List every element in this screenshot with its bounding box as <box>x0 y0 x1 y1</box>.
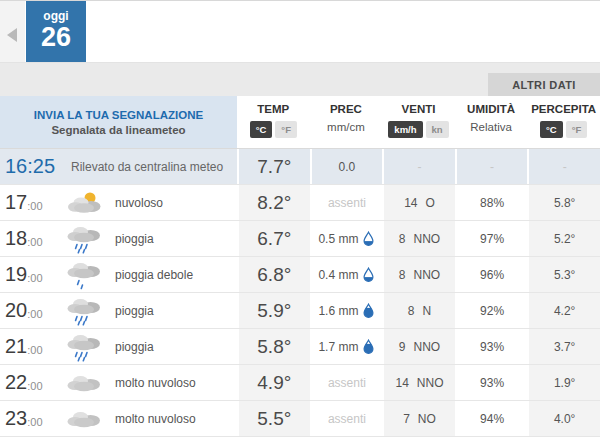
prec-value: 0.4 mm <box>318 268 358 282</box>
col-header-prec: PREC mm/cm <box>310 96 383 148</box>
forecast-rows: 16:25 Rilevato da centralina meteo 7.7° … <box>0 149 600 437</box>
percepita-celsius-toggle[interactable]: °C <box>540 121 563 138</box>
condition-cell: pioggia <box>62 221 237 256</box>
humidity-value: - <box>490 160 494 174</box>
time-cell: 21:00 <box>0 329 62 364</box>
humidity-cell: 88% <box>455 185 528 220</box>
feels-cell: 4.2° <box>527 293 600 328</box>
table-row: 18:00 pioggia 6.7° 0.5 mm 8 NNO 97% 5.2° <box>0 221 600 257</box>
col-header-venti: VENTI km/h kn <box>382 96 455 148</box>
rain-cloud-icon <box>62 296 106 326</box>
feels-like-value: 5.3° <box>554 268 575 282</box>
humidity-cell: 92% <box>455 293 528 328</box>
humidity-cell: 93% <box>455 329 528 364</box>
prec-cell: 1.6 mm <box>310 293 383 328</box>
condition-cell: nuvoloso <box>62 185 237 220</box>
time-cell: 16:25 <box>0 149 62 184</box>
temp-cell: 6.7° <box>237 221 310 256</box>
humidity-value: 92% <box>480 304 504 318</box>
table-row: 23:00 molto nuvoloso 5.5° assenti 7 NO 9… <box>0 401 600 437</box>
wind-direction-value: NNO <box>413 340 440 354</box>
wind-cell: 7 NO <box>382 401 455 436</box>
table-row: 20:00 pioggia 5.9° 1.6 mm 8 N 92% 4.2° <box>0 293 600 329</box>
time-cell: 18:00 <box>0 221 62 256</box>
prec-cell: 0.4 mm <box>310 257 383 292</box>
temp-cell: 5.5° <box>237 401 310 436</box>
prec-value: 0.5 mm <box>318 232 358 246</box>
feels-like-value: 4.2° <box>554 304 575 318</box>
temp-cell: 5.9° <box>237 293 310 328</box>
minutes-label: :00 <box>27 416 42 428</box>
feels-like-value: 4.0° <box>554 412 575 426</box>
condition-label: pioggia <box>106 304 154 318</box>
hour-label: 19 <box>5 263 27 286</box>
col-header-umidita: UMIDITÀ Relativa <box>455 96 528 148</box>
wind-cell: 9 NNO <box>382 329 455 364</box>
col-header-temp: TEMP °C °F <box>237 96 310 148</box>
temp-value: 6.7° <box>257 228 291 250</box>
minutes-label: :00 <box>27 272 42 284</box>
humidity-cell: - <box>455 149 528 184</box>
wind-speed-value: 9 <box>399 340 406 354</box>
hour-label: 22 <box>5 371 27 394</box>
condition-label: molto nuvoloso <box>106 412 196 426</box>
temp-value: 6.8° <box>257 264 291 286</box>
wind-speed-value: 14 <box>395 376 408 390</box>
wind-cell: 8 NNO <box>382 221 455 256</box>
prec-value: assenti <box>328 376 366 390</box>
drop-low-icon <box>362 267 375 282</box>
prec-unit-label: mm/cm <box>327 121 365 133</box>
temp-celsius-toggle[interactable]: °C <box>250 121 273 138</box>
feels-cell: 5.2° <box>527 221 600 256</box>
wind-kn-toggle[interactable]: kn <box>426 121 449 138</box>
percepita-fahrenheit-toggle[interactable]: °F <box>566 121 588 138</box>
altri-dati-button[interactable]: ALTRI DATI <box>488 73 600 96</box>
day-tab-label: oggi <box>26 9 86 23</box>
humidity-value: 96% <box>480 268 504 282</box>
weather-forecast-panel: oggi 26 ALTRI DATI INVIA LA TUA SEGNALAZ… <box>0 0 600 439</box>
day-tab-today[interactable]: oggi 26 <box>26 1 86 62</box>
segnalazione-header-cell: INVIA LA TUA SEGNALAZIONE Segnalata da l… <box>0 96 237 148</box>
segnalata-label: Segnalata da lineameteo <box>51 124 185 136</box>
temp-value: 5.5° <box>257 408 291 430</box>
feels-like-value: 1.9° <box>554 376 575 390</box>
hour-label: 18 <box>5 227 27 250</box>
invia-segnalazione-link[interactable]: INVIA LA TUA SEGNALAZIONE <box>34 109 203 121</box>
prec-cell: assenti <box>310 185 383 220</box>
table-row: 17:00 nuvoloso 8.2° assenti 14 O 88% 5.8… <box>0 185 600 221</box>
temp-cell: 5.8° <box>237 329 310 364</box>
wind-kmh-toggle[interactable]: km/h <box>388 121 422 138</box>
prec-cell: 1.7 mm <box>310 329 383 364</box>
temp-fahrenheit-toggle[interactable]: °F <box>275 121 297 138</box>
minutes-label: :00 <box>27 200 42 212</box>
wind-speed-value: 7 <box>403 412 410 426</box>
wind-direction-value: NNO <box>417 376 444 390</box>
wind-speed-value: - <box>417 160 421 174</box>
rain-cloud-icon <box>62 224 106 254</box>
condition-cell: Rilevato da centralina meteo <box>62 149 237 184</box>
chevron-left-icon[interactable] <box>7 28 17 42</box>
condition-cell: molto nuvoloso <box>62 365 237 400</box>
hour-label: 23 <box>5 407 27 430</box>
prec-value: 1.6 mm <box>318 304 358 318</box>
wind-direction-value: NNO <box>413 268 440 282</box>
feels-cell: 4.0° <box>527 401 600 436</box>
condition-cell: molto nuvoloso <box>62 401 237 436</box>
condition-label: pioggia debole <box>106 268 193 282</box>
drop-high-icon <box>362 339 375 354</box>
table-row: 22:00 molto nuvoloso 4.9° assenti 14 NNO… <box>0 365 600 401</box>
wind-cell: 14 O <box>382 185 455 220</box>
venti-column-label: VENTI <box>402 103 436 115</box>
umidita-sub-label: Relativa <box>470 121 512 133</box>
humidity-value: 93% <box>480 376 504 390</box>
wind-cell: 8 N <box>382 293 455 328</box>
prec-value: assenti <box>328 196 366 210</box>
prec-cell: 0.0 <box>310 149 383 184</box>
feels-cell: - <box>527 149 600 184</box>
sun-cloud-icon <box>62 190 106 215</box>
time-cell: 19:00 <box>0 257 62 292</box>
day-tab-number: 26 <box>26 23 86 53</box>
minutes-label: :00 <box>27 380 42 392</box>
prec-cell: assenti <box>310 401 383 436</box>
time-cell: 20:00 <box>0 293 62 328</box>
